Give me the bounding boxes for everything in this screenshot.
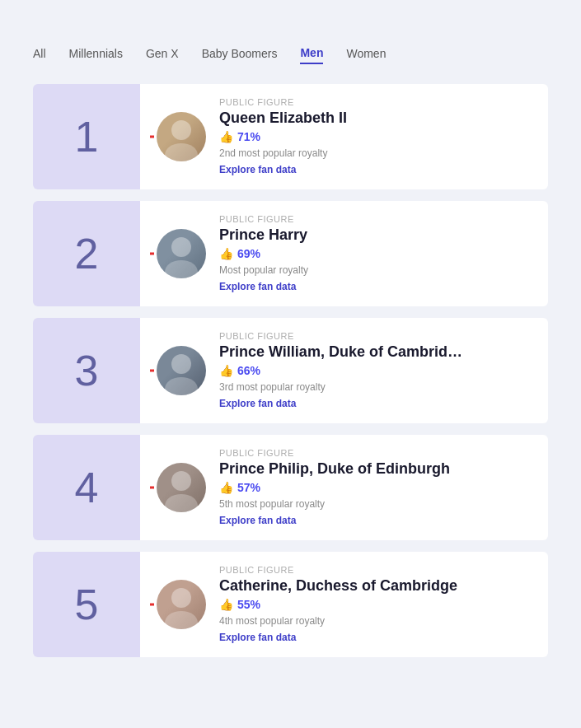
- avatar-wrapper-2: [157, 229, 206, 278]
- avatar-svg-1: [157, 112, 206, 161]
- figure-name-5: Catherine, Duchess of Cambridge: [219, 577, 532, 595]
- avatar-svg-2: [157, 229, 206, 278]
- red-line-2: [150, 253, 154, 255]
- avatar-wrapper-1: [157, 112, 206, 161]
- popularity-row-2: 👍 69%: [219, 247, 532, 260]
- avatar-wrapper-3: [157, 346, 206, 395]
- rank-content-3: PUBLIC FIGURE Prince William, Duke of Ca…: [140, 318, 548, 423]
- avatar-5: [157, 580, 206, 629]
- figure-name-4: Prince Philip, Duke of Edinburgh: [219, 460, 532, 478]
- figure-type-1: PUBLIC FIGURE: [219, 97, 532, 107]
- rank-row-3: 3 PUBLIC FIGURE Prince William, Duke of …: [33, 318, 548, 423]
- rank-number-3: 3: [75, 346, 99, 395]
- figure-type-2: PUBLIC FIGURE: [219, 214, 532, 224]
- svg-point-9: [165, 611, 198, 629]
- rank-info-4: PUBLIC FIGURE Prince Philip, Duke of Edi…: [219, 448, 532, 527]
- popularity-pct-4: 57%: [237, 481, 260, 494]
- figure-name-1: Queen Elizabeth II: [219, 110, 532, 127]
- rank-desc-3: 3rd most popular royalty: [219, 381, 532, 393]
- rank-row-4: 4 PUBLIC FIGURE Prince Philip, Duke of E…: [33, 435, 548, 540]
- rank-desc-1: 2nd most popular royalty: [219, 147, 532, 159]
- rank-desc-5: 4th most popular royalty: [219, 615, 532, 627]
- rank-number-4: 4: [75, 463, 99, 512]
- explore-fan-data-link-1[interactable]: Explore fan data: [219, 164, 296, 175]
- svg-point-2: [171, 237, 191, 257]
- svg-point-0: [171, 120, 191, 140]
- rank-content-1: PUBLIC FIGURE Queen Elizabeth II 👍 71% 2…: [140, 84, 548, 189]
- tab-boomers[interactable]: Baby Boomers: [202, 47, 278, 63]
- explore-fan-data-link-5[interactable]: Explore fan data: [219, 632, 296, 643]
- avatar-2: [157, 229, 206, 278]
- rank-number-2: 2: [75, 229, 99, 278]
- avatar-1: [157, 112, 206, 161]
- rank-content-5: PUBLIC FIGURE Catherine, Duchess of Camb…: [140, 552, 548, 657]
- thumb-icon-4: 👍: [219, 481, 233, 494]
- rank-number-box-5: 5: [33, 552, 140, 657]
- figure-type-5: PUBLIC FIGURE: [219, 565, 532, 575]
- rank-info-3: PUBLIC FIGURE Prince William, Duke of Ca…: [219, 331, 532, 410]
- popularity-pct-1: 71%: [237, 130, 260, 143]
- popularity-pct-3: 66%: [237, 364, 260, 377]
- thumb-icon-1: 👍: [219, 130, 233, 143]
- rank-content-4: PUBLIC FIGURE Prince Philip, Duke of Edi…: [140, 435, 548, 540]
- rank-info-2: PUBLIC FIGURE Prince Harry 👍 69% Most po…: [219, 214, 532, 293]
- figure-name-3: Prince William, Duke of Cambrid…: [219, 343, 532, 361]
- avatar-3: [157, 346, 206, 395]
- rank-number-1: 1: [75, 112, 99, 161]
- svg-point-6: [171, 471, 191, 491]
- svg-point-4: [171, 354, 191, 374]
- avatar-svg-5: [157, 580, 206, 629]
- rank-row-2: 2 PUBLIC FIGURE Prince Harry: [33, 201, 548, 306]
- red-line-5: [150, 604, 154, 606]
- tab-all[interactable]: All: [33, 47, 46, 63]
- rank-desc-4: 5th most popular royalty: [219, 498, 532, 510]
- avatar-4: [157, 463, 206, 512]
- rankings-list: 1 PUBLIC FIGURE Queen Elizabeth II: [33, 84, 548, 657]
- explore-fan-data-link-3[interactable]: Explore fan data: [219, 398, 296, 409]
- rank-number-5: 5: [75, 580, 99, 629]
- rank-desc-2: Most popular royalty: [219, 264, 532, 276]
- svg-point-1: [165, 143, 198, 161]
- svg-point-3: [165, 260, 198, 278]
- popularity-row-5: 👍 55%: [219, 598, 532, 611]
- popularity-row-4: 👍 57%: [219, 481, 532, 494]
- svg-point-8: [171, 588, 191, 608]
- rank-number-box-3: 3: [33, 318, 140, 423]
- rank-info-1: PUBLIC FIGURE Queen Elizabeth II 👍 71% 2…: [219, 97, 532, 176]
- explore-fan-data-link-4[interactable]: Explore fan data: [219, 515, 296, 526]
- rank-number-box-4: 4: [33, 435, 140, 540]
- popularity-row-1: 👍 71%: [219, 130, 532, 143]
- rank-info-5: PUBLIC FIGURE Catherine, Duchess of Camb…: [219, 565, 532, 644]
- rank-row-5: 5 PUBLIC FIGURE Catherine, Duchess of Ca…: [33, 552, 548, 657]
- thumb-icon-3: 👍: [219, 364, 233, 377]
- svg-point-7: [165, 494, 198, 512]
- red-line-1: [150, 136, 154, 138]
- tabs-nav: AllMillennialsGen XBaby BoomersMenWomen: [33, 46, 548, 64]
- red-line-4: [150, 487, 154, 489]
- tab-men[interactable]: Men: [300, 46, 323, 64]
- rank-content-2: PUBLIC FIGURE Prince Harry 👍 69% Most po…: [140, 201, 548, 306]
- tab-millennials[interactable]: Millennials: [69, 47, 123, 63]
- avatar-wrapper-4: [157, 463, 206, 512]
- rank-number-box-2: 2: [33, 201, 140, 306]
- rank-row-1: 1 PUBLIC FIGURE Queen Elizabeth II: [33, 84, 548, 189]
- avatar-wrapper-5: [157, 580, 206, 629]
- explore-fan-data-link-2[interactable]: Explore fan data: [219, 281, 296, 292]
- avatar-svg-3: [157, 346, 206, 395]
- avatar-svg-4: [157, 463, 206, 512]
- popularity-pct-2: 69%: [237, 247, 260, 260]
- popularity-pct-5: 55%: [237, 598, 260, 611]
- tab-genx[interactable]: Gen X: [146, 47, 179, 63]
- figure-name-2: Prince Harry: [219, 226, 532, 244]
- rank-number-box-1: 1: [33, 84, 140, 189]
- red-line-3: [150, 370, 154, 372]
- thumb-icon-5: 👍: [219, 598, 233, 611]
- svg-point-5: [165, 377, 198, 395]
- figure-type-3: PUBLIC FIGURE: [219, 331, 532, 341]
- thumb-icon-2: 👍: [219, 247, 233, 260]
- tab-women[interactable]: Women: [346, 47, 386, 63]
- figure-type-4: PUBLIC FIGURE: [219, 448, 532, 458]
- popularity-row-3: 👍 66%: [219, 364, 532, 377]
